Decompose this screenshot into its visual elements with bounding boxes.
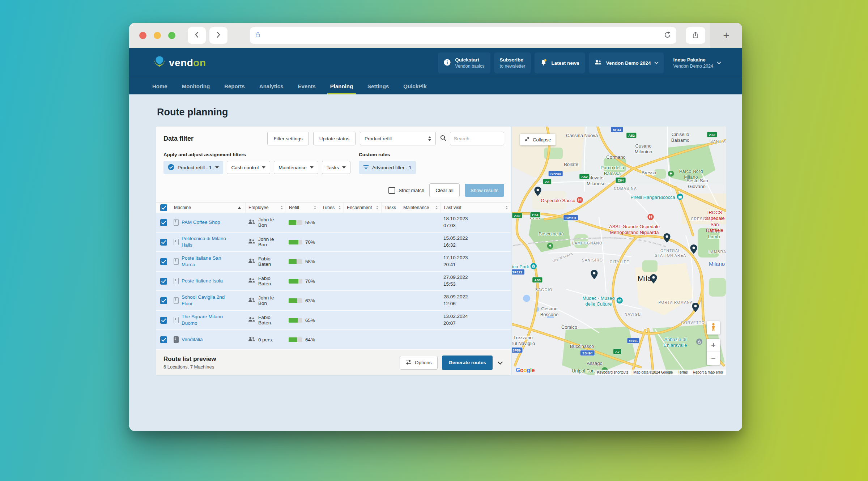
maximize-window-button[interactable] [168, 32, 175, 39]
machine-location-pin[interactable] [534, 186, 542, 198]
machine-link[interactable]: Venditalia [182, 336, 203, 343]
table-row[interactable]: Poste Italiane San MarcoFabio Baten58%17… [156, 252, 511, 271]
new-tab-button[interactable]: + [710, 23, 742, 48]
update-status-button[interactable]: Update status [313, 132, 356, 145]
close-window-button[interactable] [139, 32, 146, 39]
table-row[interactable]: Poste Italiene IsolaFabio Baten70%27.09.… [156, 272, 511, 290]
strict-match-toggle[interactable]: Strict match [388, 187, 424, 194]
tab-home[interactable]: Home [152, 78, 167, 94]
route-map[interactable]: Cassina NuovaAreseBollateCormanoCusano M… [512, 127, 726, 375]
machine-location-pin[interactable] [663, 233, 671, 244]
collapse-preview-chevron-icon[interactable] [498, 359, 503, 364]
generate-routes-button[interactable]: Generate routes [442, 356, 493, 370]
zoom-out-button[interactable]: − [707, 352, 720, 365]
row-checkbox[interactable] [160, 219, 167, 226]
table-row[interactable]: School Caviglia 2nd FloorJohn le Bon63%2… [156, 291, 511, 310]
filter-chip-maintenance[interactable]: Maintenance [274, 161, 318, 174]
last-visit-date: 13.02.2024 [443, 313, 508, 320]
sliders-icon [406, 359, 412, 366]
header-quick-link-quickstart[interactable]: QuickstartVendon basics [438, 52, 490, 73]
chevron-down-icon [655, 60, 659, 64]
clear-all-button[interactable]: Clear all [429, 183, 460, 197]
machine-link[interactable]: Poste Italiane San Marco [182, 255, 236, 268]
column-header-encashment[interactable]: Encashment [344, 203, 381, 213]
refresh-icon[interactable] [664, 31, 671, 40]
address-bar[interactable] [250, 27, 676, 44]
tab-quickpik[interactable]: QuickPik [403, 78, 426, 94]
column-header-tubes[interactable]: Tubes [319, 203, 344, 213]
tab-settings[interactable]: Settings [367, 78, 389, 94]
sort-icon[interactable] [435, 206, 438, 209]
table-row[interactable]: The Square Milano DuomoFabio Baten65%13.… [156, 311, 511, 329]
filter-settings-button[interactable]: Filter settings [267, 132, 309, 145]
select-all-checkbox[interactable] [160, 204, 167, 211]
select-all-header[interactable] [156, 203, 171, 213]
employee-name: Fabio Baten [258, 256, 283, 267]
column-header-machine[interactable]: Machine [171, 203, 245, 213]
report-map-error-link[interactable]: Report a map error [690, 370, 726, 375]
browser-forward-button[interactable] [209, 27, 227, 44]
tab-events[interactable]: Events [298, 78, 316, 94]
quick-link-title: Latest news [551, 60, 579, 66]
filter-chip-tasks[interactable]: Tasks [322, 161, 351, 174]
site-header: vendon QuickstartVendon basicsSubscribet… [129, 48, 742, 78]
row-checkbox[interactable] [160, 297, 167, 304]
table-row[interactable]: Politecnico di Milano HallsJohn le Bon70… [156, 233, 511, 251]
tab-monitoring[interactable]: Monitoring [182, 78, 210, 94]
table-row[interactable]: Venditalia0 pers.64% [156, 330, 511, 349]
column-header-employee[interactable]: Employee [245, 203, 286, 213]
row-checkbox[interactable] [160, 239, 167, 246]
column-header-refill[interactable]: Refill [286, 203, 319, 213]
people-icon [248, 239, 255, 245]
tab-planning[interactable]: Planning [330, 78, 353, 94]
options-button[interactable]: Options [400, 356, 438, 370]
row-checkbox[interactable] [160, 278, 167, 285]
filter-chip-label: Maintenance [278, 165, 306, 170]
filter-chip-cash-control[interactable]: Cash control [227, 161, 271, 174]
machine-link[interactable]: The Square Milano Duomo [182, 314, 236, 327]
minimize-window-button[interactable] [154, 32, 161, 39]
browser-back-button[interactable] [188, 27, 206, 44]
machine-link[interactable]: Poste Italiene Isola [182, 278, 223, 284]
tab-reports[interactable]: Reports [224, 78, 245, 94]
header-quick-link-vendon-demo-2024[interactable]: Vendon Demo 2024 [589, 52, 664, 73]
header-quick-link-subscribe[interactable]: Subscribeto newsletter [494, 52, 531, 73]
view-mode-select[interactable]: Product refill [360, 132, 436, 145]
sort-icon[interactable] [376, 206, 378, 209]
keyboard-shortcuts-link[interactable]: Keyboard shortcuts [595, 370, 631, 375]
machine-link[interactable]: Politecnico di Milano Halls [182, 235, 236, 248]
sort-icon[interactable] [506, 206, 508, 209]
column-header-tasks[interactable]: Tasks [381, 203, 400, 213]
column-header-last-visit[interactable]: Last visit [441, 203, 511, 213]
terms-link[interactable]: Terms [675, 370, 690, 375]
chevron-down-icon [262, 166, 265, 169]
route-preview-title: Route list preview [163, 356, 216, 363]
street-view-pegman-button[interactable] [707, 321, 720, 335]
table-row[interactable]: PAM Coffee ShopJohn le Bon55%18.10.20230… [156, 213, 511, 232]
account-menu-button[interactable]: Inese PakalneVendon Demo 2024 [667, 52, 726, 73]
vendon-logo[interactable]: vendon [152, 55, 206, 71]
machine-location-pin[interactable] [692, 302, 700, 314]
strict-match-checkbox[interactable] [388, 187, 395, 194]
show-results-button[interactable]: Show results [465, 184, 504, 197]
machine-location-pin[interactable] [690, 244, 698, 256]
advanced-filter-chip[interactable]: Advanced filter - 1 [359, 161, 416, 174]
header-quick-link-latest-news[interactable]: Latest news [535, 52, 585, 73]
row-checkbox[interactable] [160, 258, 167, 265]
machine-link[interactable]: School Caviglia 2nd Floor [182, 294, 236, 307]
machine-location-pin[interactable] [650, 274, 658, 285]
row-checkbox[interactable] [160, 317, 167, 324]
sort-icon[interactable] [314, 206, 316, 209]
sort-icon[interactable] [281, 206, 283, 209]
machine-link[interactable]: PAM Coffee Shop [182, 219, 220, 226]
row-checkbox[interactable] [160, 336, 167, 343]
filter-chip-product-refill[interactable]: Product refill - 1 [163, 161, 223, 174]
map-collapse-button[interactable]: Collapse [520, 134, 556, 145]
share-button[interactable] [686, 27, 705, 44]
column-header-maintenance[interactable]: Maintenance [400, 203, 441, 213]
search-input[interactable] [450, 132, 504, 145]
machine-location-pin[interactable] [590, 269, 599, 281]
tab-analytics[interactable]: Analytics [259, 78, 284, 94]
sort-icon[interactable] [339, 206, 341, 209]
zoom-in-button[interactable]: + [707, 339, 720, 352]
